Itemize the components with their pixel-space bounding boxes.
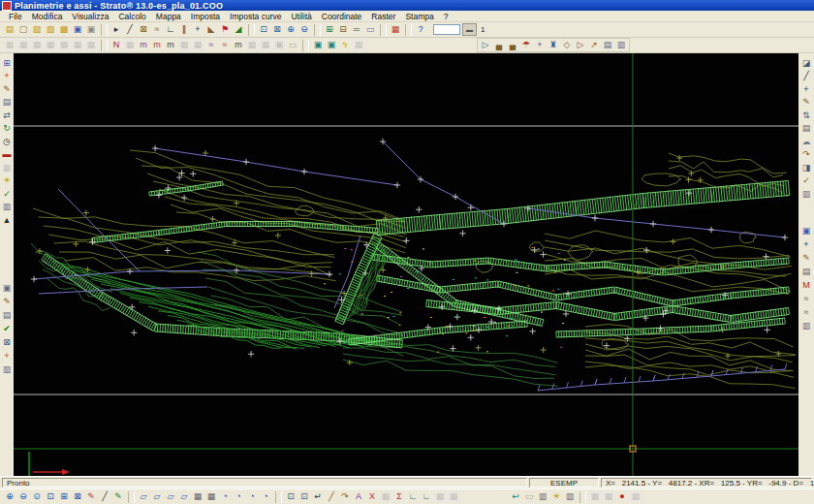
arrow-tool-icon[interactable]: ↗ [588,39,601,51]
bzoom-prev-icon[interactable]: ⊙ [31,490,44,503]
orbit-4-icon[interactable]: ◔ [260,490,272,503]
check2-icon[interactable]: ✓ [800,174,813,187]
measure-m1-icon[interactable]: m [138,39,150,51]
copy-sheet-icon[interactable]: ▥ [615,39,628,51]
menu-item-help[interactable]: ? [439,12,454,21]
open-folder-icon[interactable]: ▧ [31,23,44,36]
title-bar[interactable]: Planimetrie e assi - Strato® 13.0-es_pla… [0,0,814,11]
measure-m2-icon[interactable]: m [151,39,164,51]
move-node-icon[interactable]: + [800,83,813,96]
cage2-icon[interactable]: ⊡ [298,490,311,503]
apply-icon[interactable]: ✔ [1,323,14,335]
check-icon[interactable]: ✓ [1,188,14,201]
orbit-1-icon[interactable]: ◔ [219,490,232,503]
corner-2-icon[interactable]: ∟ [421,490,433,503]
menu-item-imposta-curve[interactable]: Imposta curve [225,12,286,21]
menu-item-file[interactable]: File [4,12,27,21]
edit-pencil-icon[interactable]: ✎ [1,83,14,96]
save-icon[interactable]: ▣ [72,23,84,36]
north-icon[interactable]: N [110,39,123,51]
pencil2-icon[interactable]: ✎ [1,296,14,308]
snap-icon[interactable]: ∟ [165,23,177,36]
view-1-icon[interactable]: ▱ [138,490,150,503]
green-area-icon[interactable]: ◢ [233,23,245,36]
menu-item-imposta[interactable]: Imposta [186,12,225,21]
axis-edit-icon[interactable]: ▷ [575,39,587,51]
line4-icon[interactable]: ╱ [326,490,338,503]
delete-icon[interactable]: ▦ [390,23,402,36]
polygon-icon[interactable]: ◇ [561,39,574,51]
help-icon[interactable]: ? [415,23,427,36]
report-icon[interactable]: ▤ [602,39,614,51]
menu-item-raster[interactable]: Raster [366,12,400,21]
zoom-box-icon[interactable]: ⊞ [1,57,14,70]
open-drawing-icon[interactable]: ▢ [17,23,30,36]
page2-icon[interactable]: ▥ [1,363,14,376]
zoom-window-icon[interactable]: ⊡ [258,23,270,36]
page3-icon[interactable]: ▥ [537,490,549,503]
parallel-icon[interactable]: ∥ [178,23,191,36]
draw-line-icon[interactable]: ╱ [124,23,137,36]
sun2-icon[interactable]: ☀ [550,490,563,503]
bridge-1-icon[interactable]: ▄ [493,39,506,51]
menu-item-mappa[interactable]: Mappa [151,12,186,21]
menu-item-calcolo[interactable]: Calcolo [113,12,150,21]
move2-icon[interactable]: + [1,350,14,362]
menu-item-visualizza[interactable]: Visualizza [67,12,113,21]
table3-icon[interactable]: ▤ [800,266,813,278]
scale-input[interactable] [433,24,460,35]
wave1-icon[interactable]: ≈ [800,293,813,305]
angle-1-icon[interactable]: ≈ [205,39,218,51]
save-as-icon[interactable]: ▣ [85,23,98,36]
landmark-icon[interactable]: ♜ [548,39,560,51]
green-pencil-icon[interactable]: ✎ [112,490,125,503]
notes-icon[interactable]: ▥ [800,188,813,201]
axis-points-icon[interactable]: ▷ [480,39,492,51]
line3-icon[interactable]: ╱ [99,490,111,503]
draw-box-icon[interactable]: ◪ [800,57,813,70]
notes2-icon[interactable]: ▥ [800,320,813,332]
camera-icon[interactable]: ▣ [1,282,14,295]
select-window-icon[interactable]: ⊠ [138,23,150,36]
layers-1-icon[interactable]: ▣ [312,39,325,51]
panel-icon[interactable]: ◨ [800,162,813,174]
text-a-icon[interactable]: A [353,490,365,503]
layers-2-icon[interactable]: ▣ [326,39,338,51]
marker-m-icon[interactable]: M [800,279,813,292]
save3-icon[interactable]: ▣ [800,225,813,237]
clock-icon[interactable]: ◷ [1,136,14,148]
red-flag-icon[interactable]: ⚑ [219,23,232,36]
cross-section-icon[interactable]: + [534,39,547,51]
new-drawing-icon[interactable]: ▤ [4,23,16,36]
line2-icon[interactable]: ╱ [800,70,813,82]
pencil3-icon[interactable]: ✎ [800,96,813,109]
table2-icon[interactable]: ▤ [800,122,813,135]
levels-icon[interactable]: ⇅ [800,110,813,122]
view-4-icon[interactable]: ▱ [178,490,191,503]
zoom-out-icon[interactable]: ⊖ [298,23,311,36]
table-icon[interactable]: ▤ [1,309,14,322]
bzoom-all-icon[interactable]: ⊞ [58,490,71,503]
flag-stripes-icon[interactable]: ▬ [1,148,14,161]
bzoom-window-icon[interactable]: ⊡ [45,490,57,503]
sigma-icon[interactable]: Σ [393,490,406,503]
distance-icon[interactable]: ═ [351,23,363,36]
pencil4-icon[interactable]: ✎ [800,252,813,265]
lightning-icon[interactable]: ϟ [339,39,352,51]
select-icon[interactable]: ▸ [110,23,123,36]
blank2-icon[interactable]: ▭ [523,490,536,503]
angle-3-icon[interactable]: m [233,39,245,51]
view-2-icon[interactable]: ▱ [151,490,164,503]
note-icon[interactable]: ▭ [364,23,377,36]
back-icon[interactable]: ↩ [510,490,522,503]
stat-x-icon[interactable]: X [366,490,379,503]
measure-m3-icon[interactable]: m [165,39,177,51]
angle-2-icon[interactable]: ≈ [219,39,232,51]
frame-icon[interactable]: ⊠ [1,336,14,349]
open-recent-icon[interactable]: ▨ [45,23,57,36]
return-icon[interactable]: ↵ [312,490,325,503]
zoom-extents-icon[interactable]: ⊠ [271,23,284,36]
menu-item-utilità[interactable]: Utilità [286,12,316,21]
orbit-3-icon[interactable]: ◔ [246,490,259,503]
menu-item-modifica[interactable]: Modifica [27,12,68,21]
